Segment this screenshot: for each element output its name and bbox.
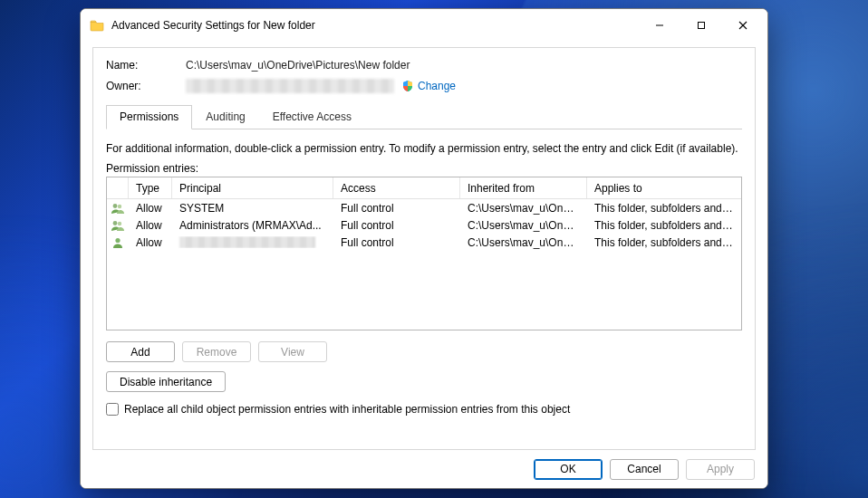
window-title: Advanced Security Settings for New folde… (111, 19, 315, 32)
tab-permissions[interactable]: Permissions (106, 105, 192, 129)
add-button[interactable]: Add (106, 341, 175, 362)
folder-icon (90, 19, 104, 32)
cell-inherited: C:\Users\mav_u\OneD... (460, 219, 587, 232)
apply-button[interactable]: Apply (686, 459, 755, 480)
info-text: For additional information, double-click… (106, 142, 742, 155)
tab-auditing[interactable]: Auditing (192, 105, 258, 129)
cell-type: Allow (129, 202, 172, 215)
tabs: Permissions Auditing Effective Access (106, 106, 742, 129)
replace-child-checkbox[interactable] (106, 403, 119, 416)
disable-inheritance-button[interactable]: Disable inheritance (106, 371, 226, 392)
cell-principal: Administrators (MRMAX\Ad... (172, 219, 333, 232)
group-icon (111, 218, 125, 233)
svg-point-6 (113, 221, 118, 225)
svg-point-7 (118, 221, 121, 225)
change-owner-link[interactable]: Change (418, 80, 456, 92)
cell-access: Full control (333, 202, 460, 215)
advanced-security-window: Advanced Security Settings for New folde… (80, 8, 768, 489)
cell-access: Full control (333, 236, 460, 249)
permission-table: Type Principal Access Inherited from App… (106, 177, 742, 330)
ok-button[interactable]: OK (534, 459, 603, 480)
titlebar: Advanced Security Settings for New folde… (81, 9, 767, 41)
cell-applies: This folder, subfolders and files (587, 219, 741, 232)
table-row[interactable]: Allow Full control C:\Users\mav_u\OneD..… (107, 234, 741, 251)
cell-applies: This folder, subfolders and files (587, 202, 741, 215)
cell-principal-redacted (172, 236, 333, 248)
close-button[interactable] (722, 12, 764, 39)
name-value: C:\Users\mav_u\OneDrive\Pictures\New fol… (186, 59, 410, 72)
svg-point-5 (118, 204, 121, 207)
col-inherited[interactable]: Inherited from (460, 177, 587, 198)
table-row[interactable]: Allow SYSTEM Full control C:\Users\mav_u… (107, 199, 741, 216)
tab-effective-access[interactable]: Effective Access (259, 105, 365, 129)
cell-applies: This folder, subfolders and files (587, 236, 741, 249)
owner-label: Owner: (106, 80, 186, 92)
cell-type: Allow (129, 219, 172, 232)
cell-inherited: C:\Users\mav_u\OneD... (460, 202, 587, 215)
owner-row: Owner: Change (106, 79, 742, 93)
remove-button[interactable]: Remove (182, 341, 251, 362)
view-button[interactable]: View (258, 341, 327, 362)
svg-point-4 (113, 204, 118, 208)
table-row[interactable]: Allow Administrators (MRMAX\Ad... Full c… (107, 216, 741, 234)
cell-access: Full control (333, 219, 460, 232)
table-header: Type Principal Access Inherited from App… (107, 177, 741, 199)
col-principal[interactable]: Principal (172, 177, 333, 198)
col-applies[interactable]: Applies to (587, 177, 741, 198)
shield-icon (401, 80, 414, 92)
cell-type: Allow (129, 236, 172, 249)
owner-value-redacted (186, 79, 394, 93)
cell-inherited: C:\Users\mav_u\OneD... (460, 236, 587, 249)
maximize-button[interactable] (680, 12, 722, 39)
svg-rect-1 (699, 22, 705, 28)
cell-principal: SYSTEM (172, 202, 333, 215)
dialog-footer: OK Cancel Apply (81, 450, 767, 488)
name-row: Name: C:\Users\mav_u\OneDrive\Pictures\N… (106, 59, 742, 72)
name-label: Name: (106, 59, 186, 72)
replace-child-label: Replace all child object permission entr… (124, 403, 570, 416)
group-icon (111, 201, 125, 215)
user-icon (111, 235, 125, 250)
minimize-button[interactable] (639, 12, 680, 39)
cancel-button[interactable]: Cancel (610, 459, 679, 480)
col-type[interactable]: Type (129, 177, 172, 198)
col-access[interactable]: Access (333, 177, 460, 198)
permission-entries-label: Permission entries: (106, 162, 742, 175)
svg-point-8 (115, 237, 120, 242)
